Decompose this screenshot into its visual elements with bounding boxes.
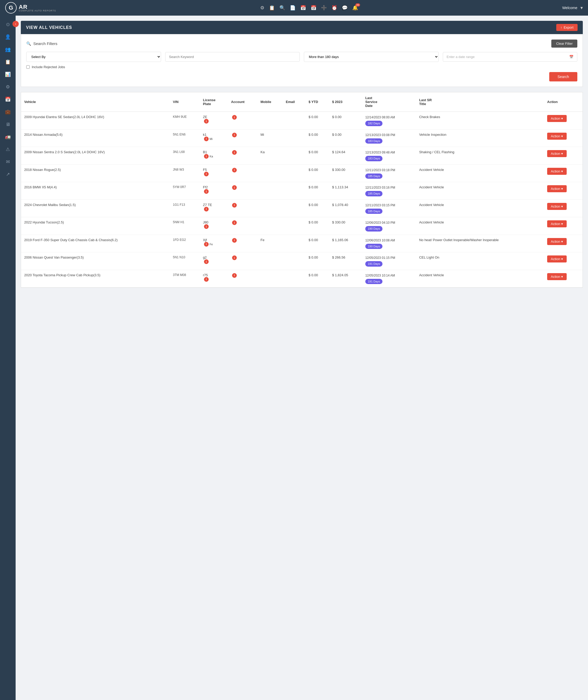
include-rejected-row: Include Rejected Jobs <box>26 65 577 69</box>
cell-vehicle-0: 2009 Hyundai Elantra SE Sedan(2.0L L4 DO… <box>21 112 170 129</box>
cell-sr-1: Vehicle Inspection <box>416 129 544 147</box>
account-icon-4: i <box>232 185 237 190</box>
cell-year-1: $ 0.00 <box>329 129 362 147</box>
include-rejected-checkbox[interactable] <box>26 65 30 69</box>
info-icon-7: i <box>204 242 209 247</box>
export-icon: ↑ <box>560 25 562 29</box>
cell-action-0: Action ▾ <box>544 112 583 129</box>
sidebar-item-share[interactable]: ↗ <box>3 169 13 179</box>
action-button-2[interactable]: Action ▾ <box>547 150 567 157</box>
cell-vehicle-3: 2018 Nissan Rogue(2.5) <box>21 164 170 182</box>
chevron-down-icon: ▾ <box>561 152 563 156</box>
cell-date-5: 12/11/2023 03:15 PM 185 Days <box>362 200 416 217</box>
date-range-input[interactable]: Enter a date range 📅 <box>443 52 578 62</box>
export-button[interactable]: ↑ Export <box>556 24 578 31</box>
cell-date-8: 12/05/2023 01:15 PM 191 Days <box>362 252 416 270</box>
col-email: Email <box>283 92 305 112</box>
days-filter-dropdown[interactable]: More than 180 days Less than 180 days 30… <box>304 52 439 62</box>
cell-date-9: 12/05/2023 10:14 AM 191 Days <box>362 270 416 287</box>
cell-vehicle-8: 2006 Nissan Quest Van Passenger(3.5) <box>21 252 170 270</box>
action-button-1[interactable]: Action ▾ <box>547 133 567 140</box>
sidebar-item-document[interactable]: 📋 <box>3 57 13 67</box>
cell-vin-2: 3N1 L68 <box>170 147 200 165</box>
clock-nav-icon[interactable]: ⏰ <box>331 5 337 11</box>
document-nav-icon[interactable]: 📄 <box>290 5 296 11</box>
cell-ytd-3: $ 0.00 <box>305 164 329 182</box>
search-nav-icon[interactable]: 🔍 <box>279 5 285 11</box>
action-button-0[interactable]: Action ▾ <box>547 115 567 122</box>
cell-year-4: $ 1,113.34 <box>329 182 362 200</box>
logo-icon: G <box>5 2 17 14</box>
sidebar-item-person[interactable]: 👤 <box>3 32 13 42</box>
cell-year-2: $ 124.64 <box>329 147 362 165</box>
sidebar-item-monitor[interactable]: 🖥 <box>3 119 13 130</box>
cell-action-1: Action ▾ <box>544 129 583 147</box>
sidebar-item-mail[interactable]: ✉ <box>3 157 13 167</box>
cell-vehicle-7: 2019 Ford F-350 Super Duty Cab Chassis C… <box>21 235 170 252</box>
cell-date-0: 12/14/2023 08:00 AM 182 Days <box>362 112 416 129</box>
bell-nav-icon[interactable]: 🔔 25 <box>352 5 358 11</box>
action-button-6[interactable]: Action ▾ <box>547 220 567 227</box>
clipboard-nav-icon[interactable]: 📋 <box>269 5 275 11</box>
days-badge-6: 190 Days <box>365 226 382 232</box>
action-button-5[interactable]: Action ▾ <box>547 203 567 210</box>
sidebar-item-truck[interactable]: 🚛 <box>3 132 13 142</box>
info-icon-3: i <box>204 172 209 176</box>
settings-nav-icon[interactable]: ⚙ <box>260 5 264 11</box>
cell-date-7: 12/06/2023 10:08 AM 190 Days <box>362 235 416 252</box>
cell-year-6: $ 330.00 <box>329 217 362 235</box>
action-button-7[interactable]: Action ▾ <box>547 238 567 245</box>
cell-sr-8: CEL Light On <box>416 252 544 270</box>
cell-date-4: 12/11/2023 03:16 PM 185 Days <box>362 182 416 200</box>
days-badge-8: 191 Days <box>365 261 382 267</box>
action-button-3[interactable]: Action ▾ <box>547 168 567 175</box>
days-badge-0: 182 Days <box>365 121 382 126</box>
cell-email-2 <box>283 147 305 165</box>
clear-filter-button[interactable]: Clear Filter <box>551 40 577 48</box>
cell-sr-4: Accident Vehicle <box>416 182 544 200</box>
cell-date-6: 12/06/2023 04:10 PM 190 Days <box>362 217 416 235</box>
sidebar-item-alert[interactable]: ⚠ <box>3 144 13 155</box>
plus-nav-icon[interactable]: ➕ <box>321 5 327 11</box>
keyword-input[interactable] <box>165 52 300 62</box>
sidebar-item-settings[interactable]: ⚙ <box>3 82 13 92</box>
cell-mobile-1: Mi <box>257 129 283 147</box>
account-icon-8: i <box>232 255 237 260</box>
info-icon-4: i <box>204 189 209 194</box>
search-button[interactable]: Search <box>549 72 577 81</box>
chevron-down-icon: ▾ <box>561 169 563 173</box>
nav-icons-group: ⚙ 📋 🔍 📄 📅 📅 ➕ ⏰ 💬 🔔 25 <box>260 5 358 11</box>
days-badge-5: 185 Days <box>365 209 382 214</box>
calendar-nav-icon[interactable]: 📅 <box>300 5 306 11</box>
sidebar-item-group[interactable]: 👥 <box>3 44 13 55</box>
table-body: 2009 Hyundai Elantra SE Sedan(2.0L L4 DO… <box>21 112 583 287</box>
cell-mobile-8 <box>257 252 283 270</box>
calendar2-nav-icon[interactable]: 📅 <box>311 5 316 11</box>
select-by-dropdown[interactable]: Select By Vehicle VIN License Plate Acco… <box>26 52 161 62</box>
cell-year-8: $ 266.56 <box>329 252 362 270</box>
account-icon-3: i <box>232 168 237 172</box>
app-layout: › ⊙ 👤 👥 📋 📊 ⚙ 📅 💼 🖥 🚛 ⚠ ✉ ↗ VIEW ALL VEH… <box>0 16 588 293</box>
action-button-8[interactable]: Action ▾ <box>547 255 567 262</box>
sidebar-item-calendar[interactable]: 📅 <box>3 94 13 105</box>
filter-row-1: Select By Vehicle VIN License Plate Acco… <box>26 52 577 62</box>
table-row: 2019 Ford F-350 Super Duty Cab Chassis C… <box>21 235 583 252</box>
page-header: VIEW ALL VEHICLES ↑ Export <box>21 21 583 34</box>
chevron-down-icon[interactable]: ▾ <box>580 5 583 11</box>
sidebar-item-dashboard[interactable]: ⊙ <box>3 19 13 30</box>
cell-year-9: $ 1,824.05 <box>329 270 362 287</box>
cell-ytd-8: $ 0.00 <box>305 252 329 270</box>
chat-nav-icon[interactable]: 💬 <box>342 5 348 11</box>
table-row: 2009 Hyundai Elantra SE Sedan(2.0L L4 DO… <box>21 112 583 129</box>
account-icon-0: i <box>232 115 237 120</box>
cell-account-2: i <box>228 147 257 165</box>
cell-account-9: i <box>228 270 257 287</box>
action-button-9[interactable]: Action ▾ <box>547 273 567 280</box>
days-badge-4: 185 Days <box>365 191 382 196</box>
sidebar-item-chart[interactable]: 📊 <box>3 69 13 80</box>
col-vehicle: Vehicle <box>21 92 170 112</box>
sidebar-toggle-button[interactable]: › <box>12 21 19 27</box>
action-button-4[interactable]: Action ▾ <box>547 185 567 192</box>
cell-vehicle-5: 2024 Chevrolet Malibu Sedan(1.5) <box>21 200 170 217</box>
sidebar-item-briefcase[interactable]: 💼 <box>3 107 13 117</box>
